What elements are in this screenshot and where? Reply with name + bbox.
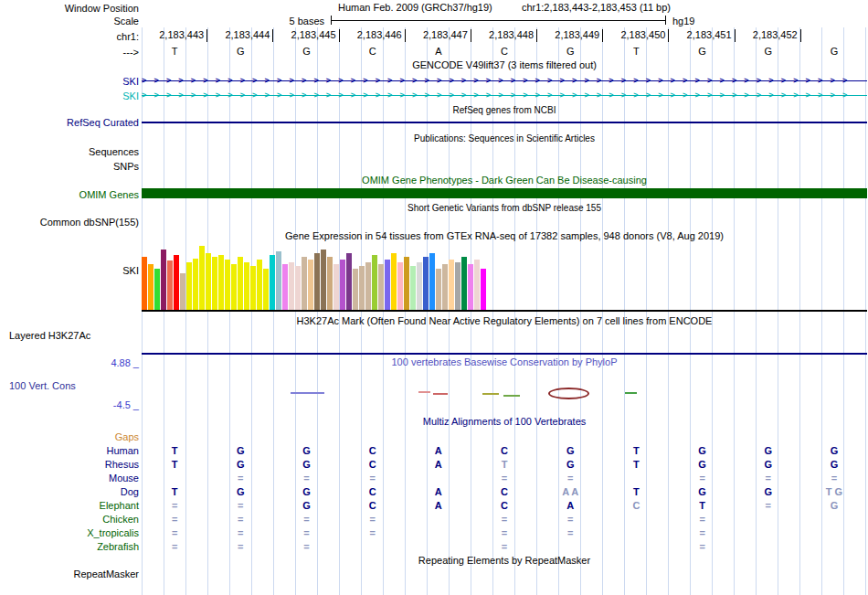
species-label-zebrafish[interactable]: Zebrafish [0,540,139,553]
track-label-omim-genes[interactable]: OMIM Genes [0,188,139,201]
gtex-expression-bar[interactable] [436,269,441,310]
gtex-expression-bar[interactable] [308,260,313,310]
gtex-expression-bar[interactable] [333,264,339,310]
track-title-repeatmasker[interactable]: Repeating Elements by RepeatMasker [142,555,867,567]
gtex-expression-bar[interactable] [276,251,281,310]
species-label-dog[interactable]: Dog [0,485,139,498]
gtex-expression-bar[interactable] [218,255,224,310]
gtex-expression-bar[interactable] [263,269,269,310]
gtex-expression-bar[interactable] [199,246,205,310]
track-label-repeatmasker[interactable]: RepeatMasker [0,568,139,580]
species-label-chicken[interactable]: Chicken [0,513,139,526]
gtex-expression-bar[interactable] [391,253,397,310]
gtex-expression-bar[interactable] [429,253,435,310]
track-title-publications[interactable]: Publications: Sequences in Scientific Ar… [142,133,867,144]
track-title-refseq[interactable]: RefSeq genes from NCBI [142,104,867,116]
conservation-mark[interactable] [291,392,324,394]
track-label-gtex-ski[interactable]: SKI [0,264,139,277]
gtex-expression-bar[interactable] [174,255,179,310]
track-title-gencode[interactable]: GENCODE V49lift37 (3 items filtered out) [142,59,867,71]
track-label-common-dbsnp[interactable]: Common dbSNP(155) [0,216,139,228]
gtex-expression-bar[interactable] [186,262,192,310]
gtex-expression-bar[interactable] [206,253,211,310]
gtex-expression-bar[interactable] [327,257,333,310]
gencode-gene-line-2[interactable]: >>>>>>>>>>>>>>>>>>>>>>>>>>>>>>>>>>>>>>>>… [142,90,867,101]
track-title-h3k27ac[interactable]: H3K27Ac Mark (Often Found Near Active Re… [142,315,867,327]
gtex-expression-bar[interactable] [417,262,422,310]
alignment-row-chicken[interactable]: ======= [142,513,867,526]
gtex-expression-bar[interactable] [481,269,486,310]
gtex-expression-bar[interactable] [180,273,185,310]
gtex-expression-bar[interactable] [353,269,358,310]
species-label-human[interactable]: Human [0,444,139,457]
alignment-row-zebrafish[interactable]: ===== [142,540,867,554]
track-title-gtex[interactable]: Gene Expression in 54 tissues from GTEx … [142,230,867,242]
track-label-sequences[interactable]: Sequences [0,145,139,158]
gtex-expression-bar[interactable] [423,257,429,310]
gtex-expression-bar[interactable] [397,262,403,310]
gtex-expression-bar[interactable] [161,250,166,310]
gtex-expression-bar[interactable] [154,269,160,310]
gtex-expression-bar[interactable] [212,257,217,310]
track-title-multiz[interactable]: Multiz Alignments of 100 Vertebrates [142,416,867,428]
gtex-expression-bar[interactable] [449,260,454,310]
gtex-expression-bar[interactable] [365,262,371,310]
conservation-mark[interactable] [482,393,499,395]
gtex-expression-bar[interactable] [244,262,249,310]
gtex-expression-bar[interactable] [295,266,301,310]
gene-label-ski-1[interactable]: SKI [0,75,139,88]
species-label-gaps[interactable]: Gaps [0,430,139,443]
track-title-omim[interactable]: OMIM Gene Phenotypes - Dark Green Can Be… [142,175,867,186]
species-label-rhesus[interactable]: Rhesus [0,458,139,471]
conservation-mark[interactable] [625,392,637,394]
track-label-refseq-curated[interactable]: RefSeq Curated [0,116,139,129]
gtex-expression-bar[interactable] [314,253,320,310]
gtex-expression-bar[interactable] [282,264,288,310]
coordinate-ruler[interactable]: 2,183,4432,183,4442,183,4452,183,4462,18… [142,29,867,42]
alignment-row-x_tropicalis[interactable]: ======= [142,526,867,540]
conservation-mark[interactable] [548,388,589,399]
alignment-row-rhesus[interactable]: TGGCATGTGGG [142,458,867,472]
gtex-expression-bar[interactable] [250,266,256,310]
conservation-mark[interactable] [418,391,430,393]
species-label-elephant[interactable]: Elephant [0,499,139,512]
alignment-row-dog[interactable]: TGGCACA ATGGT G [142,485,867,499]
gtex-expression-bar[interactable] [302,257,307,310]
omim-gene-bar[interactable] [142,188,867,198]
conservation-track[interactable] [142,370,867,409]
gtex-expression-bar[interactable] [257,260,262,310]
gtex-bar-chart[interactable] [142,246,867,310]
gtex-expression-bar[interactable] [404,257,409,310]
conservation-mark[interactable] [433,393,448,395]
gtex-expression-bar[interactable] [372,255,377,310]
gtex-expression-bar[interactable] [468,264,473,310]
gtex-expression-bar[interactable] [193,259,198,310]
gtex-expression-bar[interactable] [231,264,237,310]
gtex-expression-bar[interactable] [346,253,352,310]
gencode-gene-line-1[interactable]: >>>>>>>>>>>>>>>>>>>>>>>>>>>>>>>>>>>>>>>>… [142,75,867,87]
track-label-layered-h3k27ac[interactable]: Layered H3K27Ac [9,329,90,342]
gtex-expression-bar[interactable] [225,260,230,310]
alignment-row-human[interactable]: TGGCACGTGGG [142,444,867,458]
gene-label-ski-2[interactable]: SKI [0,90,139,102]
gtex-expression-bar[interactable] [270,255,275,310]
gtex-expression-bar[interactable] [385,260,390,310]
gtex-expression-bar[interactable] [238,257,243,310]
gtex-expression-bar[interactable] [148,264,153,310]
gtex-expression-bar[interactable] [410,266,416,310]
alignment-row-elephant[interactable]: ==GCACACT=G [142,499,867,513]
track-label-100-vert-cons[interactable]: 100 Vert. Cons [9,379,76,392]
gtex-expression-bar[interactable] [167,260,173,310]
gtex-expression-bar[interactable] [461,257,467,310]
species-label-x_tropicalis[interactable]: X_tropicalis [0,526,139,539]
refseq-gene-line[interactable] [142,122,867,123]
alignment-row-mouse[interactable]: ======== [142,472,867,485]
alignment-row-gaps[interactable] [142,430,867,444]
gtex-expression-bar[interactable] [455,262,460,310]
species-label-mouse[interactable]: Mouse [0,472,139,484]
gtex-expression-bar[interactable] [474,260,480,310]
conservation-mark[interactable] [503,395,520,397]
gtex-expression-bar[interactable] [289,262,294,310]
gtex-expression-bar[interactable] [359,266,365,310]
track-title-phylop[interactable]: 100 vertebrates Basewise Conservation by… [142,356,867,368]
